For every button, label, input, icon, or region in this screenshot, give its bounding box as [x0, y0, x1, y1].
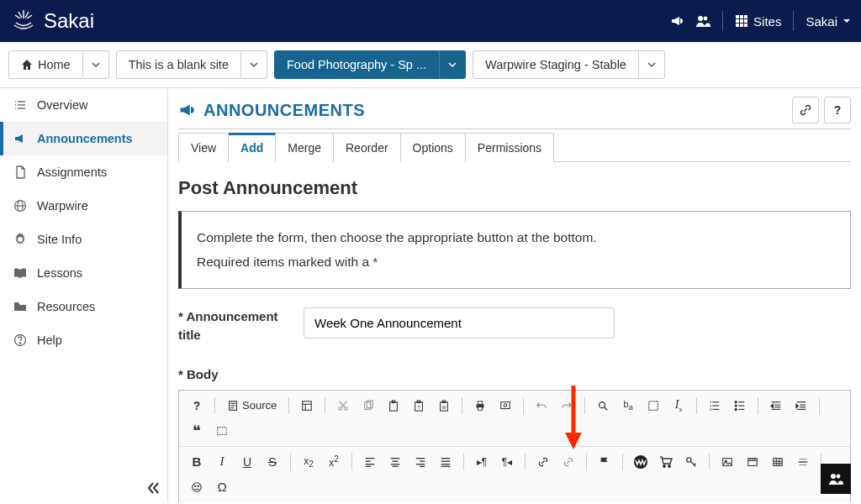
align-center-button[interactable]	[384, 451, 406, 473]
sidebar-item-site-info[interactable]: Site Info	[0, 223, 167, 256]
paste-button[interactable]	[383, 395, 404, 417]
logo[interactable]: Sakai	[10, 8, 94, 34]
hr-button[interactable]	[792, 451, 814, 473]
anchor-button[interactable]	[594, 451, 615, 473]
outdent-button[interactable]	[765, 395, 787, 417]
sidebar-item-resources[interactable]: Resources	[0, 290, 167, 323]
page-title: Post Announcement	[178, 177, 851, 199]
sidebar-item-assignments[interactable]: Assignments	[0, 155, 167, 189]
sidebar-item-warpwire[interactable]: Warpwire	[0, 189, 167, 223]
editor-help-button[interactable]: ?	[186, 395, 208, 417]
removeformat-button[interactable]: Ix	[668, 395, 689, 417]
site-tab-food-dropdown[interactable]	[439, 50, 466, 79]
selectall-icon	[647, 400, 659, 412]
sidebar-item-label: Resources	[37, 300, 95, 313]
site-tab-home-dropdown[interactable]	[83, 50, 109, 79]
bulleted-list-button[interactable]	[729, 395, 751, 417]
undo-button[interactable]	[531, 395, 552, 417]
list-icon	[13, 98, 27, 112]
site-tab-home: Home	[8, 50, 109, 79]
site-tab-blank-dropdown[interactable]	[241, 50, 267, 79]
user-menu[interactable]: Sakai	[806, 14, 851, 29]
toolbar-separator	[819, 397, 820, 414]
sidebar-item-lessons[interactable]: Lessons	[0, 256, 167, 290]
smiley-button[interactable]	[186, 476, 208, 498]
paste-word-button[interactable]: W	[433, 395, 455, 417]
image-button[interactable]	[716, 451, 738, 473]
tab-view[interactable]: View	[178, 133, 229, 162]
help-button[interactable]: ?	[824, 97, 851, 123]
warpwire-icon	[633, 454, 648, 470]
text-direction-ltr-button[interactable]: ▸¶	[471, 451, 493, 473]
sidebar-item-announcements[interactable]: Announcements	[0, 122, 167, 155]
subscript-button[interactable]: x2	[298, 451, 320, 473]
site-tab-food-main[interactable]: Food Photography - Sp ...	[274, 50, 439, 79]
site-tab-warpwire-main[interactable]: Warpwire Staging - Stable	[473, 50, 639, 79]
sites-button[interactable]: Sites	[735, 14, 781, 29]
collapse-sidebar-button[interactable]	[145, 480, 161, 496]
floating-users-button[interactable]	[821, 464, 851, 494]
bullhorn-icon[interactable]	[670, 14, 684, 28]
instructions-box: Complete the form, then choose the appro…	[178, 211, 851, 289]
align-left-button[interactable]	[359, 451, 381, 473]
print-button[interactable]	[469, 395, 491, 417]
link-button[interactable]	[532, 451, 554, 473]
cut-button[interactable]	[332, 395, 354, 417]
replace-button[interactable]: ba	[617, 395, 639, 417]
superscript-button[interactable]: x2	[323, 451, 345, 473]
preview-button[interactable]	[494, 395, 516, 417]
toolbar-separator	[622, 454, 623, 470]
text-direction-rtl-button[interactable]: ¶◂	[496, 451, 518, 473]
indent-button[interactable]	[790, 395, 812, 417]
specialchar-button[interactable]: Ω	[211, 476, 233, 498]
redo-button[interactable]	[556, 395, 578, 417]
sidebar-item-help[interactable]: Help	[0, 323, 167, 357]
copy-button[interactable]	[357, 395, 379, 417]
direct-link-button[interactable]	[792, 97, 819, 123]
templates-button[interactable]	[296, 395, 318, 417]
site-tab-home-main[interactable]: Home	[8, 50, 83, 79]
bold-button[interactable]: B	[186, 451, 208, 473]
tab-add[interactable]: Add	[229, 133, 276, 162]
site-tab-warpwire-dropdown[interactable]	[639, 50, 665, 79]
users-icon[interactable]	[695, 14, 710, 28]
flag-icon	[599, 456, 610, 468]
superscript-icon: x2	[329, 454, 339, 469]
toolbar-separator	[214, 397, 215, 414]
table-button[interactable]	[767, 451, 789, 473]
sidebar-item-overview[interactable]: Overview	[0, 88, 167, 122]
tab-reorder[interactable]: Reorder	[334, 133, 401, 162]
gear-icon	[13, 233, 27, 246]
numbered-list-icon: 123	[709, 400, 721, 412]
announcement-title-input[interactable]	[304, 307, 615, 339]
film-icon	[747, 456, 758, 468]
cart-button[interactable]	[655, 451, 677, 473]
div-button[interactable]	[211, 420, 233, 442]
selectall-button[interactable]	[642, 395, 664, 417]
site-tab-blank-main[interactable]: This is a blank site	[116, 50, 241, 79]
tab-permissions[interactable]: Permissions	[466, 133, 554, 162]
strike-button[interactable]: S	[261, 451, 283, 473]
paste-text-button[interactable]: T	[408, 395, 430, 417]
tool-title[interactable]: ANNOUNCEMENTS	[178, 101, 365, 120]
find-button[interactable]	[592, 395, 614, 417]
folder-icon	[13, 300, 27, 313]
source-button[interactable]: Source	[222, 395, 282, 417]
print-icon	[474, 400, 486, 412]
unlink-button[interactable]	[557, 451, 579, 473]
key-button[interactable]	[680, 451, 702, 473]
tab-options[interactable]: Options	[401, 133, 466, 162]
outdent-icon	[770, 400, 782, 412]
toolbar-separator	[290, 454, 291, 470]
video-button[interactable]	[742, 451, 763, 473]
align-justify-button[interactable]	[435, 451, 457, 473]
italic-button[interactable]: I	[211, 451, 233, 473]
underline-button[interactable]: U	[236, 451, 258, 473]
numbered-list-button[interactable]: 123	[704, 395, 726, 417]
blockquote-button[interactable]: ❝	[186, 420, 208, 442]
svg-point-118	[837, 475, 841, 479]
align-right-button[interactable]	[409, 451, 431, 473]
warpwire-button[interactable]	[630, 451, 652, 473]
tab-merge[interactable]: Merge	[276, 133, 334, 162]
clipboard-word-icon: W	[438, 400, 450, 412]
